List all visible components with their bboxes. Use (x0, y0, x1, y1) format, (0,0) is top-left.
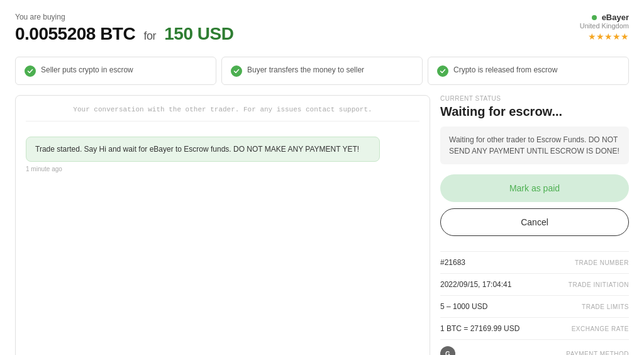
cancel-button[interactable]: Cancel (440, 208, 629, 236)
chat-placeholder: Your conversation with the other trader.… (26, 106, 419, 121)
chat-message-bubble: Trade started. Say Hi and wait for eBaye… (26, 137, 380, 162)
header-right: eBayer United Kingdom ★★★★★ (580, 13, 629, 42)
main-content: Your conversation with the other trader.… (15, 95, 629, 355)
current-status-label: CURRENT STATUS (440, 95, 629, 102)
mark-as-paid-button[interactable]: Mark as paid (440, 174, 629, 202)
payment-method-label: PAYMENT METHOD (566, 351, 629, 356)
header-left: You are buying 0.0055208 BTC for 150 USD (15, 13, 233, 44)
chat-messages: Trade started. Say Hi and wait for eBaye… (26, 132, 419, 178)
step-3-icon (437, 65, 448, 77)
step-2-label: Buyer transfers the money to seller (247, 65, 364, 76)
escrow-notice: Waiting for other trader to Escrow Funds… (440, 127, 629, 164)
chat-area: Your conversation with the other trader.… (15, 95, 430, 355)
step-2: Buyer transfers the money to seller (221, 57, 423, 85)
trade-number-label: TRADE NUMBER (575, 259, 629, 266)
step-1-icon (25, 65, 36, 77)
header: You are buying 0.0055208 BTC for 150 USD… (15, 13, 629, 44)
trade-initiation-row: 2022/09/15, 17:04:41 TRADE INITIATION (440, 274, 629, 296)
step-3: Crypto is released from escrow (428, 57, 629, 85)
step-3-label: Crypto is released from escrow (453, 65, 557, 76)
payment-method-row: G PAYMENT METHOD (440, 340, 629, 355)
trade-initiation-value: 2022/09/15, 17:04:41 (440, 280, 511, 289)
seller-stars: ★★★★★ (580, 31, 629, 42)
seller-name: eBayer (602, 13, 629, 22)
for-text: for (143, 30, 156, 42)
usd-amount: 150 USD (164, 24, 233, 43)
seller-info: eBayer (580, 13, 629, 22)
exchange-rate-label: EXCHANGE RATE (572, 325, 629, 332)
exchange-rate-value: 1 BTC = 27169.99 USD (440, 324, 519, 333)
trade-limits-row: 5 – 1000 USD TRADE LIMITS (440, 296, 629, 318)
exchange-rate-row: 1 BTC = 27169.99 USD EXCHANGE RATE (440, 318, 629, 340)
you-are-buying-label: You are buying (15, 13, 233, 21)
right-panel: CURRENT STATUS Waiting for escrow... Wai… (440, 95, 629, 355)
payment-method-icon: G (440, 346, 455, 355)
online-dot (592, 15, 597, 20)
status-title: Waiting for escrow... (440, 104, 629, 119)
trade-amount: 0.0055208 BTC for 150 USD (15, 24, 233, 44)
trade-number-value: #21683 (440, 258, 465, 267)
trade-number-row: #21683 TRADE NUMBER (440, 252, 629, 274)
chat-body: Your conversation with the other trader.… (16, 96, 430, 355)
chat-message-text: Trade started. Say Hi and wait for eBaye… (35, 145, 359, 154)
trade-limits-value: 5 – 1000 USD (440, 302, 487, 311)
steps-container: Seller puts crypto in escrow Buyer trans… (15, 57, 629, 85)
step-1-label: Seller puts crypto in escrow (41, 65, 133, 76)
chat-timestamp: 1 minute ago (26, 166, 419, 172)
seller-country: United Kingdom (580, 22, 629, 30)
step-1: Seller puts crypto in escrow (15, 57, 216, 85)
trade-info: #21683 TRADE NUMBER 2022/09/15, 17:04:41… (440, 251, 629, 355)
step-2-icon (231, 65, 242, 77)
btc-amount: 0.0055208 BTC (15, 24, 135, 43)
trade-limits-label: TRADE LIMITS (582, 303, 629, 310)
trade-initiation-label: TRADE INITIATION (569, 281, 629, 288)
